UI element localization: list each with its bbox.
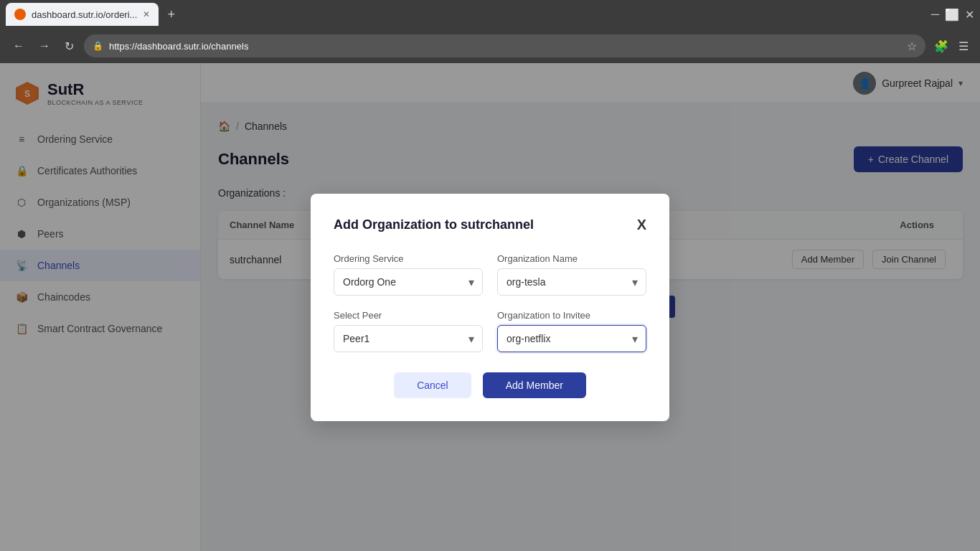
tab-title: dashboard.sutr.io/orderi... xyxy=(32,9,137,20)
menu-icon[interactable]: ☰ xyxy=(956,37,971,56)
url-display: https://dashboard.sutr.io/channels xyxy=(109,41,248,52)
org-name-select-wrapper: org-tesla org-netflix org-amazon ▾ xyxy=(497,268,646,296)
favicon xyxy=(14,9,26,20)
tab-bar: dashboard.sutr.io/orderi... ✕ + ─ ⬜ ✕ xyxy=(0,0,980,29)
select-peer-wrapper: Peer1 Peer2 Peer3 ▾ xyxy=(334,325,483,352)
org-invitee-label: Organization to Invitee xyxy=(497,310,646,321)
select-peer-select[interactable]: Peer1 Peer2 Peer3 xyxy=(334,325,483,352)
org-invitee-field: Organization to Invitee org-netflix org-… xyxy=(497,310,646,352)
security-icon: 🔒 xyxy=(93,41,103,51)
modal-overlay: Add Organization to sutrchannel X Orderi… xyxy=(0,63,980,551)
browser-toolbar: ← → ↻ 🔒 https://dashboard.sutr.io/channe… xyxy=(0,29,980,63)
extensions-icon[interactable]: 🧩 xyxy=(931,37,951,56)
ordering-service-field: Ordering Service Ordorg One Ordorg Two ▾ xyxy=(334,253,483,296)
tab-close-btn[interactable]: ✕ xyxy=(143,9,150,19)
org-name-field: Organization Name org-tesla org-netflix … xyxy=(497,253,646,296)
select-peer-field: Select Peer Peer1 Peer2 Peer3 ▾ xyxy=(334,310,483,352)
bookmark-icon[interactable]: ☆ xyxy=(907,39,917,53)
select-peer-label: Select Peer xyxy=(334,310,483,321)
minimize-btn[interactable]: ─ xyxy=(931,8,939,21)
new-tab-button[interactable]: + xyxy=(161,4,181,25)
org-invitee-wrapper: org-netflix org-tesla org-amazon ▾ xyxy=(497,325,646,352)
form-row-2: Select Peer Peer1 Peer2 Peer3 ▾ Organiza… xyxy=(334,310,646,352)
modal-close-button[interactable]: X xyxy=(637,217,646,233)
close-btn[interactable]: ✕ xyxy=(965,8,974,22)
org-invitee-select[interactable]: org-netflix org-tesla org-amazon xyxy=(497,325,646,352)
forward-button[interactable]: → xyxy=(34,37,55,55)
refresh-button[interactable]: ↻ xyxy=(60,37,78,56)
active-tab[interactable]: dashboard.sutr.io/orderi... ✕ xyxy=(6,3,159,26)
ordering-service-label: Ordering Service xyxy=(334,253,483,264)
address-bar[interactable]: 🔒 https://dashboard.sutr.io/channels ☆ xyxy=(84,34,925,57)
maximize-btn[interactable]: ⬜ xyxy=(945,8,959,22)
modal-footer: Cancel Add Member xyxy=(334,372,646,398)
modal-header: Add Organization to sutrchannel X xyxy=(334,217,646,233)
modal-title: Add Organization to sutrchannel xyxy=(334,217,534,232)
add-member-modal-button[interactable]: Add Member xyxy=(483,372,586,398)
cancel-button[interactable]: Cancel xyxy=(394,372,471,398)
ordering-service-select[interactable]: Ordorg One Ordorg Two xyxy=(334,268,483,296)
form-row-1: Ordering Service Ordorg One Ordorg Two ▾… xyxy=(334,253,646,296)
svg-point-0 xyxy=(17,11,24,18)
org-name-select[interactable]: org-tesla org-netflix org-amazon xyxy=(497,268,646,296)
back-button[interactable]: ← xyxy=(9,37,29,55)
org-name-label: Organization Name xyxy=(497,253,646,264)
add-organization-modal: Add Organization to sutrchannel X Orderi… xyxy=(311,194,669,421)
ordering-service-select-wrapper: Ordorg One Ordorg Two ▾ xyxy=(334,268,483,296)
